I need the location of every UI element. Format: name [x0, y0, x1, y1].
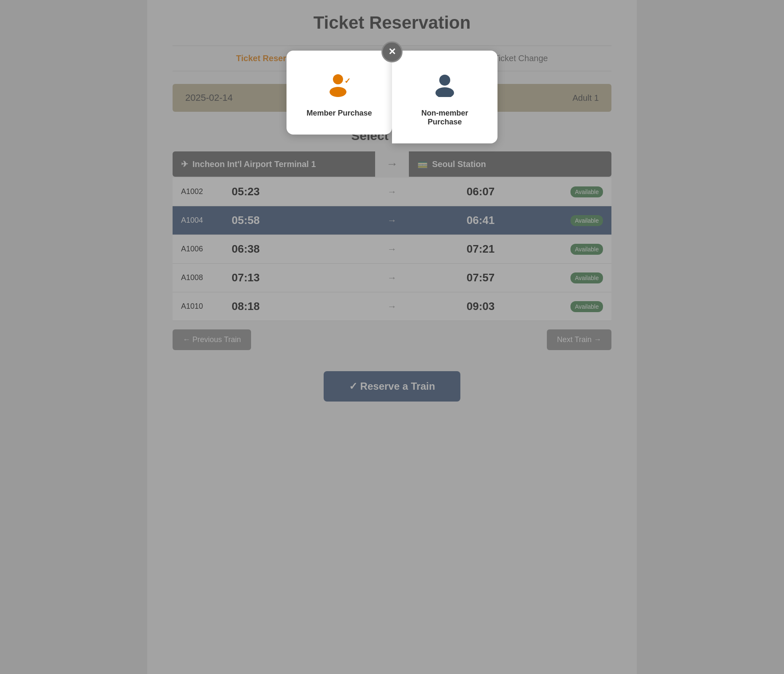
svg-point-1	[330, 87, 346, 97]
modal-close-button[interactable]: ✕	[381, 41, 403, 62]
nonmember-purchase-label: Non-member Purchase	[409, 109, 481, 127]
modal-container: ✕ ✓ Member Purchase	[287, 51, 497, 143]
member-icon: ✓	[327, 72, 352, 102]
nonmember-icon	[432, 72, 457, 102]
modal-overlay: ✕ ✓ Member Purchase	[147, 0, 637, 674]
svg-point-0	[333, 74, 343, 84]
nonmember-purchase-card[interactable]: Non-member Purchase	[392, 51, 497, 143]
svg-point-3	[439, 75, 450, 86]
svg-text:✓: ✓	[344, 77, 351, 85]
member-purchase-label: Member Purchase	[306, 109, 372, 118]
close-icon: ✕	[388, 46, 396, 57]
svg-point-4	[435, 87, 454, 97]
member-purchase-card[interactable]: ✓ Member Purchase	[287, 51, 392, 135]
